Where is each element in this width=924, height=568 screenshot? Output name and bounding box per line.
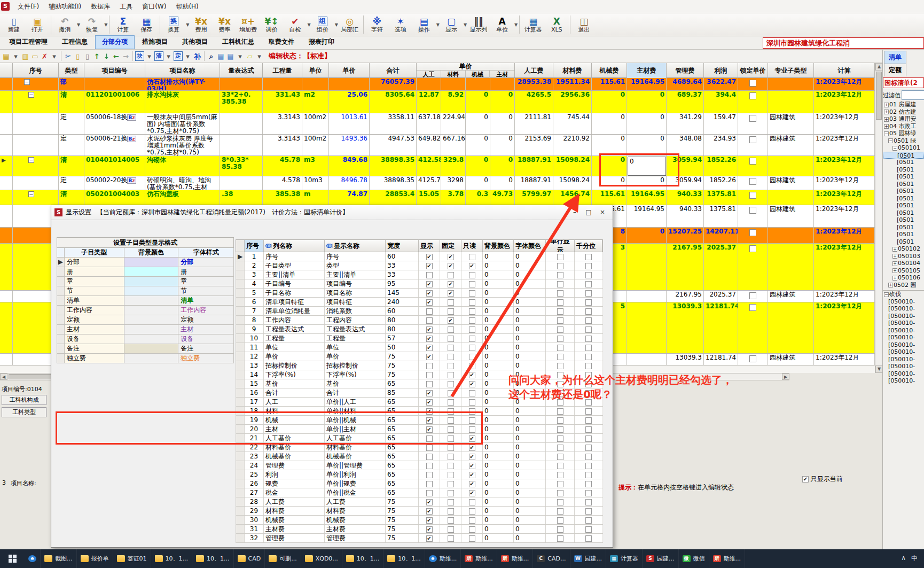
header-bds[interactable]: 量表达式: [220, 63, 263, 78]
vscroll-thumb[interactable]: [876, 72, 882, 120]
taskbar-item-可删...[interactable]: 可删...: [265, 549, 301, 568]
type-style-row[interactable]: ▶分部分部: [57, 258, 234, 267]
checkbox-unchecked-icon[interactable]: [448, 345, 454, 351]
checkbox-unchecked-icon[interactable]: [448, 472, 454, 478]
checkbox-checked-icon[interactable]: ✔: [426, 281, 433, 287]
column-setting-row[interactable]: 4子目编号项目编号95✔✔00: [236, 279, 603, 289]
small-toolbar-icon[interactable]: ▾: [11, 51, 20, 61]
collapse-icon[interactable]: −: [28, 92, 34, 98]
material-composition-button[interactable]: 工料机构成: [2, 395, 46, 405]
material-type-button[interactable]: 工料类型: [2, 407, 46, 417]
cell-font-style[interactable]: 工作内容: [178, 306, 234, 315]
checkbox-unchecked-icon[interactable]: [585, 417, 592, 424]
small-toolbar-icon[interactable]: ▥: [21, 51, 30, 61]
tree-item-01 房屋建[interactable]: +01 房屋建: [883, 101, 924, 108]
column-setting-row[interactable]: 27税金单价||税金65✔00: [236, 488, 603, 497]
tree-item-[0501[interactable]: [0501: [883, 216, 924, 224]
type-style-row[interactable]: 清单清单: [57, 296, 234, 306]
checkbox-unchecked-icon[interactable]: [585, 435, 592, 442]
checkbox-unchecked-icon[interactable]: [557, 481, 563, 487]
tree-item-050104[interactable]: +050104: [883, 260, 924, 267]
checkbox-unchecked-icon[interactable]: [426, 381, 433, 387]
small-toolbar-icon[interactable]: →: [121, 51, 130, 61]
checkbox-unchecked-icon[interactable]: [448, 272, 454, 278]
taskbar-item-报价单[interactable]: 报价单: [77, 549, 113, 568]
cell-bg-color[interactable]: [124, 258, 179, 267]
checkbox-unchecked-icon[interactable]: [426, 372, 433, 378]
dlg-col-header-字体颜色[interactable]: 字体颜色: [514, 240, 546, 252]
tree-item-04 市政工[interactable]: +04 市政工: [883, 123, 924, 130]
only-current-checkbox[interactable]: ✔ 只显示当前: [802, 474, 843, 484]
checkbox-unchecked-icon[interactable]: [585, 426, 592, 433]
tab-工程信息[interactable]: 工程信息: [55, 35, 95, 49]
tree-item-[0501[interactable]: [0501: [883, 152, 924, 159]
lock-checkbox[interactable]: [749, 207, 756, 214]
small-toolbar-icon[interactable]: ▯: [83, 51, 92, 61]
checkbox-checked-icon[interactable]: ✔: [448, 317, 454, 324]
checkbox-unchecked-icon[interactable]: [448, 399, 454, 406]
tree-item-0502 园[interactable]: +0502 园: [883, 282, 924, 289]
checkbox-unchecked-icon[interactable]: [448, 517, 454, 524]
checkbox-unchecked-icon[interactable]: [557, 435, 563, 442]
collapse-icon[interactable]: −: [888, 138, 893, 143]
toolbar-button-字符[interactable]: ※字符: [365, 14, 389, 35]
column-setting-row[interactable]: 2子目类型类型33✔✔✔00: [236, 261, 603, 270]
checkbox-unchecked-icon[interactable]: [448, 526, 454, 533]
checkbox-checked-icon[interactable]: ✔: [426, 336, 433, 342]
checkbox-unchecked-icon[interactable]: [469, 290, 475, 297]
taskbar-item-计算器[interactable]: ▦计算器: [606, 549, 643, 568]
checkbox-unchecked-icon[interactable]: [585, 508, 592, 515]
column-setting-row[interactable]: 26规费单价||规费65✔00: [236, 479, 603, 488]
type-style-row[interactable]: 备注备注: [57, 344, 234, 354]
checkbox-unchecked-icon[interactable]: [585, 481, 592, 487]
type-style-row[interactable]: 册册: [57, 267, 234, 277]
dlg-col-header-只读[interactable]: 只读: [461, 240, 483, 252]
small-toolbar-icon[interactable]: ▾: [183, 51, 192, 61]
tree-item-[0501[interactable]: [0501: [883, 231, 924, 238]
small-toolbar-icon[interactable]: 清: [154, 51, 163, 61]
lock-checkbox[interactable]: [749, 136, 756, 143]
checkbox-unchecked-icon[interactable]: [469, 281, 475, 287]
toolbar-button-恢复[interactable]: ↷恢复: [80, 14, 104, 35]
tab-工料机汇总[interactable]: 工料机汇总: [215, 35, 261, 49]
checkbox-unchecked-icon[interactable]: [469, 272, 475, 278]
type-style-row[interactable]: 主材主材: [57, 325, 234, 334]
small-toolbar-icon[interactable]: ▯: [73, 51, 82, 61]
lock-checkbox[interactable]: [749, 245, 756, 252]
checkbox-checked-icon[interactable]: ✔: [426, 390, 433, 396]
column-setting-row[interactable]: 10工程量工程量57✔00: [236, 334, 603, 343]
cell-bg-color[interactable]: [124, 306, 179, 315]
cell-bg-color[interactable]: [124, 277, 179, 286]
header-js[interactable]: 计算: [814, 63, 875, 78]
column-setting-row[interactable]: 13招标控制价招标控制价75✔00: [236, 361, 603, 370]
table-row[interactable]: 定050002-20换Bz砖砌明沟、暗沟、地沟(基价系数*0.75,主材*0.7…: [0, 176, 875, 190]
checkbox-unchecked-icon[interactable]: [557, 290, 563, 297]
checkbox-unchecked-icon[interactable]: [585, 490, 592, 496]
taskbar-item-签证01[interactable]: 签证01: [113, 549, 151, 568]
checkbox-checked-icon[interactable]: ✔: [448, 281, 454, 287]
header-rg[interactable]: 人工: [417, 71, 441, 78]
checkbox-unchecked-icon[interactable]: [585, 472, 592, 478]
toolbar-button-保存[interactable]: ▦保存: [135, 14, 158, 35]
small-toolbar-icon[interactable]: ←: [112, 51, 121, 61]
checkbox-unchecked-icon[interactable]: [557, 408, 563, 415]
header-xh[interactable]: 序号: [13, 63, 59, 78]
checkbox-unchecked-icon[interactable]: [448, 299, 454, 306]
checkbox-unchecked-icon[interactable]: [448, 454, 454, 460]
checkbox-unchecked-icon[interactable]: [557, 345, 563, 351]
dlg-col-header-显示名称[interactable]: 显示名称: [325, 240, 386, 252]
tree-item-[050010-[interactable]: [050010-: [883, 348, 924, 356]
small-toolbar-icon[interactable]: ▭: [30, 51, 40, 61]
header-dw[interactable]: 单位: [302, 63, 329, 78]
tree-item-[050010-[interactable]: [050010-: [883, 313, 924, 320]
checkbox-checked-icon[interactable]: ✔: [802, 476, 809, 483]
checkbox-unchecked-icon[interactable]: [557, 336, 563, 342]
checkbox-unchecked-icon[interactable]: [557, 472, 563, 478]
checkbox-checked-icon[interactable]: ✔: [469, 490, 475, 496]
checkbox-unchecked-icon[interactable]: [585, 445, 592, 451]
small-toolbar-icon[interactable]: ✗: [40, 51, 49, 61]
taskbar-item-园建...[interactable]: S园建...: [643, 549, 679, 568]
tree-item-050101[interactable]: −050101: [883, 144, 924, 152]
type-style-row[interactable]: 章章: [57, 277, 234, 286]
checkbox-unchecked-icon[interactable]: [585, 354, 592, 360]
